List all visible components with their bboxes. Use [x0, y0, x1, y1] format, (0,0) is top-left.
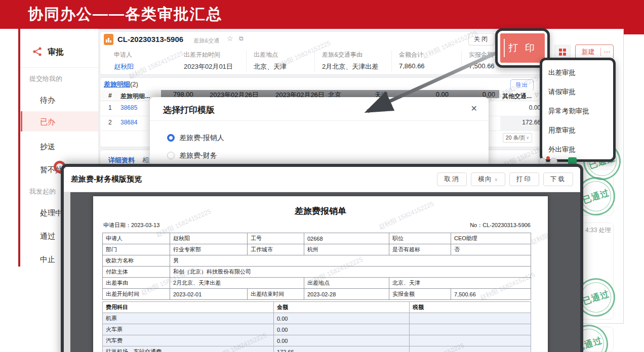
sidebar-divider: [21, 67, 98, 68]
dialog-divider: [150, 120, 489, 121]
approval-app-icon: [32, 47, 44, 57]
row-index: 2: [108, 119, 112, 126]
sidebar-item-done[interactable]: 已办: [40, 117, 55, 127]
slide-title: 协同办公——各类审批汇总: [28, 4, 222, 25]
sidebar-item-passed[interactable]: 通过: [40, 232, 55, 241]
new-button[interactable]: 新建 ⋯: [575, 45, 614, 59]
menu-item-leave[interactable]: 请假审批: [542, 82, 613, 102]
doc-field: 差旅&交通事由2月北京、天津出差: [314, 51, 391, 71]
sidebar-item-terminated[interactable]: 中止: [40, 255, 55, 265]
preview-overlay: 差旅费-财务模版预览 取消 横向∨ 打印 下载 差旅费报销单 申请日期：2023…: [61, 164, 583, 352]
sidebar-item-todo[interactable]: 待办: [40, 96, 55, 105]
print-button-divider: [504, 39, 505, 57]
sidebar-selected-bg: [21, 111, 98, 131]
download-button[interactable]: 下载: [543, 172, 573, 186]
cancel-button[interactable]: 取消: [437, 172, 467, 186]
row-other-value: 0.00: [501, 104, 541, 111]
doc-field: 出差开始时间2023年02月01日: [184, 51, 253, 71]
sidebar-item-cc[interactable]: 抄送: [40, 142, 55, 152]
filter-icon[interactable]: ▽: [535, 92, 539, 98]
new-approval-menu: 出差审批 请假审批 异常考勤审批 用章审批 外出审批: [540, 58, 616, 162]
close-button[interactable]: 关闭: [468, 33, 495, 46]
page-size-select[interactable]: 20 条/页∨: [503, 133, 532, 143]
dialog-title: 选择打印模版: [163, 104, 215, 116]
banner-corner: [624, 0, 644, 34]
preview-header: 差旅费-财务模版预览 取消 横向∨ 打印 下载: [64, 167, 580, 192]
col-index-header: #: [108, 92, 112, 99]
radio-label-reimburser[interactable]: 差旅费-报销人: [179, 134, 224, 143]
menu-item-seal[interactable]: 用章审批: [542, 121, 613, 140]
watermark-text: 赵秋阳 15824152225: [530, 215, 548, 247]
dialog-close-icon[interactable]: ✕: [471, 104, 477, 113]
grid-icon: [559, 49, 566, 56]
sidebar-section-initiated: 我发起的: [29, 187, 56, 196]
doc-id: CL-20230313-5906: [117, 35, 183, 43]
menu-item-attendance[interactable]: 异常考勤审批: [542, 102, 613, 121]
doc-number: No：CL-20230313-5906: [470, 222, 531, 229]
detail-card-title: 差旅明细(2): [104, 80, 138, 89]
radio-template-reimburser[interactable]: [167, 134, 175, 142]
row-index: 1: [108, 104, 112, 111]
doc-field: 金额合计7,860.66: [391, 51, 461, 71]
sidebar-item-processing[interactable]: 处理中: [40, 208, 63, 218]
orientation-select[interactable]: 横向∨: [471, 172, 505, 186]
doc-field: 申请人赵秋阳: [114, 51, 184, 71]
chevron-down-icon: ∨: [494, 177, 498, 182]
preview-title: 差旅费-财务模版预览: [71, 174, 142, 184]
applicant-link[interactable]: 赵秋阳: [114, 62, 184, 71]
radio-label-finance[interactable]: 差旅费-财务: [179, 151, 217, 160]
slide-banner: 协同办公——各类审批汇总: [0, 0, 644, 29]
preview-canvas: 差旅费报销单 申请日期：2023-03-13 No：CL-20230313-59…: [64, 192, 580, 352]
col-other-header: 其他交通...: [502, 92, 532, 101]
sidebar-section-submitted: 提交给我的: [29, 74, 62, 83]
notification-badge: [546, 156, 550, 160]
new-more-icon[interactable]: ⋯: [601, 48, 613, 56]
fee-table: 费用科目金额税额 机票0.00 火车票0.00 汽车费0.00 往返机场、车站交…: [102, 301, 531, 352]
menu-item-business-trip[interactable]: 出差审批: [542, 63, 613, 82]
print-button[interactable]: 打 印: [500, 33, 545, 63]
doc-fields-row: 申请人赵秋阳 出差开始时间2023年02月01日 出差地点北京、天津 差旅&交通…: [114, 51, 522, 71]
detail-title-link[interactable]: 差旅明细: [104, 80, 130, 88]
radio-template-finance[interactable]: [167, 152, 175, 159]
row-other-value: 172.66: [501, 119, 541, 126]
doc-field: 出差地点北京、天津: [246, 51, 314, 71]
info-table: 申请人赵秋阳工号02668职位CEO助理 部门行业专家部工作城市杭州是否有超标否…: [102, 233, 531, 300]
scrollbar[interactable]: [64, 192, 70, 352]
print-template-dialog: 选择打印模版 ✕ 差旅费-报销人 差旅费-财务: [150, 97, 489, 168]
slide-canvas: 协同办公——各类审批汇总 审批 提交给我的 待办 已办 抄送 暂不处理 我发起的…: [0, 0, 644, 352]
menu-item-outing[interactable]: 外出审批: [542, 140, 613, 159]
apply-date: 申请日期：2023-03-13: [103, 222, 159, 229]
col-name-header: 差旅明细...: [120, 92, 150, 101]
form-title: 差旅费报销单: [93, 205, 548, 217]
row-id-link[interactable]: 38685: [120, 104, 137, 111]
row-id-link[interactable]: 38684: [120, 119, 137, 126]
print-confirm-button[interactable]: 打印: [509, 172, 539, 186]
star-icon[interactable]: ☆: [227, 34, 233, 42]
flow-time-note: 4:33 处理: [585, 226, 611, 235]
new-button-label: 新建: [576, 48, 600, 57]
doc-tag: 差旅&交通: [193, 37, 219, 45]
preview-page: 差旅费报销单 申请日期：2023-03-13 No：CL-20230313-59…: [93, 196, 548, 352]
sidebar-app-title: 审批: [48, 47, 64, 58]
document-icon: [104, 34, 113, 45]
external-link-icon[interactable]: ⧉: [239, 35, 244, 42]
export-button[interactable]: 导出: [510, 79, 534, 91]
